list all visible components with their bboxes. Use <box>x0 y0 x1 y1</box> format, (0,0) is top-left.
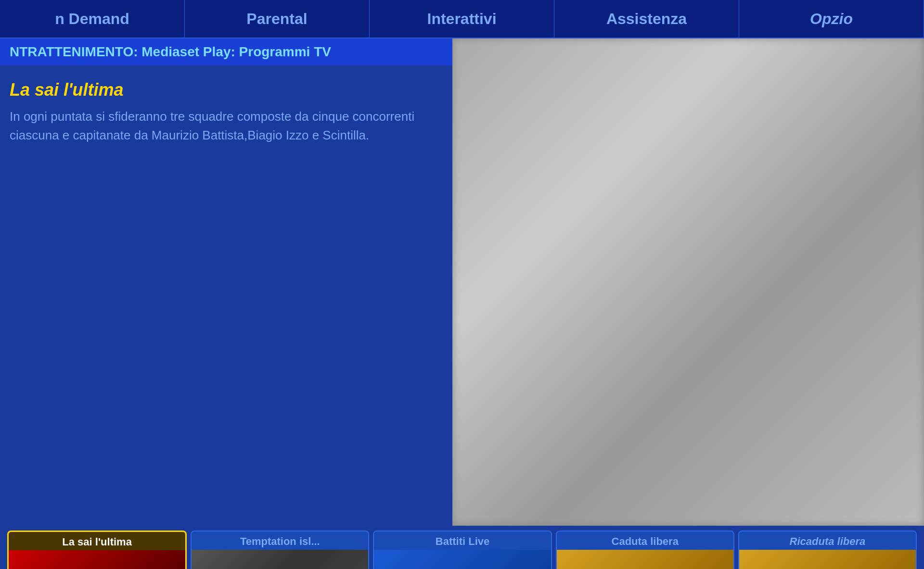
grid-item-title-temptation: Temptation isl... <box>192 531 368 550</box>
grid-item-caduta[interactable]: Caduta libera <box>556 531 734 569</box>
grid-item-image-caduta <box>557 550 733 569</box>
nav-interattivi[interactable]: Interattivi <box>370 0 554 38</box>
top-navigation: n Demand Parental Interattivi Assistenza… <box>0 0 924 38</box>
preview-panel <box>452 38 924 526</box>
preview-image <box>452 38 924 526</box>
nav-opzioni[interactable]: Opzio <box>739 0 924 38</box>
nav-on-demand[interactable]: n Demand <box>0 0 185 38</box>
grid-item-title-lasai: La sai l'ultima <box>9 532 185 550</box>
grid-item-image-ricaduta <box>739 550 916 569</box>
grid-item-battiti[interactable]: Battiti Live <box>373 531 552 569</box>
grid-row-1: La sai l'ultima Temptation isl... Battit… <box>7 531 917 569</box>
show-title: La sai l'ultima <box>10 80 443 100</box>
grid-item-title-battiti: Battiti Live <box>374 531 551 550</box>
grid-item-image-temptation <box>192 550 368 569</box>
content-grid: ◀ La sai l'ultima Temptation isl... Batt… <box>0 526 924 569</box>
grid-item-image-lasai <box>9 550 185 569</box>
description-area: La sai l'ultima In ogni puntata si sfide… <box>0 75 452 526</box>
grid-item-image-battiti <box>374 550 551 569</box>
breadcrumb: NTRATTENIMENTO: Mediaset Play: Programmi… <box>0 38 452 65</box>
grid-item-title-ricaduta: Ricaduta libera <box>739 531 916 550</box>
grid-item-lasai[interactable]: La sai l'ultima <box>7 531 187 569</box>
nav-parental[interactable]: Parental <box>185 0 370 38</box>
main-content: NTRATTENIMENTO: Mediaset Play: Programmi… <box>0 38 924 526</box>
show-description: In ogni puntata si sfideranno tre squadr… <box>10 107 443 145</box>
grid-item-title-caduta: Caduta libera <box>557 531 733 550</box>
nav-assistenza[interactable]: Assistenza <box>554 0 739 38</box>
grid-item-ricaduta[interactable]: Ricaduta libera <box>738 531 917 569</box>
grid-item-temptation[interactable]: Temptation isl... <box>191 531 369 569</box>
left-panel: NTRATTENIMENTO: Mediaset Play: Programmi… <box>0 38 452 526</box>
